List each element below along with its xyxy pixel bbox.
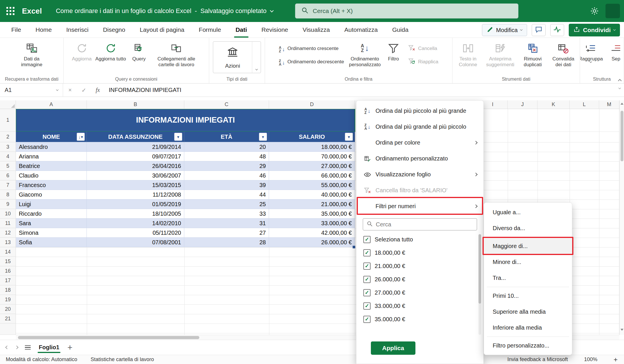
cell[interactable]: 26.000,00 € [269, 238, 355, 247]
cell[interactable]: 33 [184, 209, 269, 219]
table-title-cell[interactable]: INFORMAZIONI IMPIEGATI [16, 109, 355, 132]
column-header-j[interactable]: J [508, 100, 538, 109]
app-launcher-icon[interactable] [6, 7, 14, 15]
cell[interactable]: 70.000,00 € [269, 152, 355, 161]
row-header-10[interactable]: 10 [0, 209, 16, 219]
cell[interactable]: 55.000,00 € [269, 180, 355, 190]
cell[interactable]: 29 [184, 161, 269, 171]
cell[interactable]: 11/12/2008 [87, 190, 184, 199]
cell[interactable]: 01/05/2019 [87, 199, 184, 209]
cell[interactable]: 33.000,00 € [269, 219, 355, 228]
expand-formula-bar-icon[interactable] [619, 87, 621, 89]
row-header-20[interactable]: 20 [0, 304, 16, 314]
select-all-corner[interactable] [0, 100, 16, 109]
menu-item-ordinamento-personalizzato[interactable]: Ordinamento personalizzato [356, 151, 483, 167]
document-title[interactable]: Come ordinare i dati in un foglio di cal… [56, 7, 273, 15]
cell[interactable]: 18.000,00 € [269, 142, 355, 152]
cell[interactable]: Luigi [16, 199, 87, 209]
tab-automatizza[interactable]: Automatizza [337, 22, 385, 38]
row-header-2[interactable]: 2 [0, 132, 16, 142]
submenu-item-primi-10[interactable]: Primi 10... [484, 288, 572, 304]
cell[interactable]: 27.000,00 € [269, 161, 355, 171]
cell[interactable]: Alessandro [16, 142, 87, 152]
checkbox-checked-icon[interactable]: ✓ [363, 276, 371, 283]
submenu-item-tra[interactable]: Tra... [484, 270, 572, 286]
submenu-item-maggiore-di[interactable]: Maggiore di... [484, 238, 572, 254]
row-header-9[interactable]: 9 [0, 199, 16, 209]
cancel-entry-icon[interactable]: × [63, 87, 77, 93]
cell[interactable]: 27 [184, 228, 269, 238]
cell[interactable]: 42.000,00 € [269, 228, 355, 238]
cell[interactable]: 05/11/2020 [87, 228, 184, 238]
row-header-15[interactable]: 15 [0, 257, 16, 266]
filter-search-input[interactable]: Cerca [363, 218, 477, 230]
ribbon-button-dati-da-immagine[interactable]: Dati da immagine [15, 40, 49, 69]
editing-mode-button[interactable]: Modifica [482, 24, 527, 36]
cell[interactable]: 35.000,00 € [269, 209, 355, 219]
row-header-21[interactable]: 21 [0, 314, 16, 324]
insert-function-icon[interactable]: fx [91, 87, 105, 93]
gallery-dropdown-button[interactable] [252, 42, 261, 73]
cell[interactable]: Beatrice [16, 161, 87, 171]
cell[interactable]: 07/08/2001 [87, 238, 184, 247]
cell[interactable]: 46 [184, 171, 269, 180]
vertical-scrollbar[interactable] [619, 100, 624, 335]
cell[interactable]: 21/09/2014 [87, 142, 184, 152]
tab-inserisci[interactable]: Inserisci [59, 22, 96, 38]
cell[interactable]: 48 [184, 152, 269, 161]
app-name[interactable]: Excel [22, 7, 42, 16]
cell[interactable]: Giacomo [16, 190, 87, 199]
cell[interactable]: 30/06/2007 [87, 171, 184, 180]
cell[interactable]: 18/10/2005 [87, 209, 184, 219]
table-header-nome[interactable]: NOME↓▾ [16, 132, 87, 142]
column-header-c[interactable]: C [184, 100, 269, 109]
vertical-scroll-thumb[interactable] [621, 111, 623, 161]
filter-value-21-000-00[interactable]: ✓21.000,00 € [356, 259, 483, 273]
cell[interactable]: 39 [184, 180, 269, 190]
cell[interactable]: 31 [184, 219, 269, 228]
ribbon-button-convalida-dei-dati[interactable]: Convalida dei dati [548, 40, 579, 69]
zoom-level[interactable]: 100% [584, 356, 597, 363]
submenu-item-diverso-da[interactable]: Diverso da... [484, 220, 572, 236]
menu-item-visualizzazione-foglio[interactable]: Visualizzazione foglio [356, 167, 483, 182]
checkbox-checked-icon[interactable]: ✓ [363, 316, 371, 323]
column-header-a[interactable]: A [16, 100, 87, 109]
ribbon-button-rimuovi-duplicati[interactable]: Rimuovi duplicati [518, 40, 547, 69]
filter-value-33-000-00[interactable]: ✓33.000,00 € [356, 299, 483, 313]
apply-filter-button[interactable]: Applica [371, 341, 415, 355]
prev-sheet-icon[interactable] [5, 345, 9, 349]
row-header-17[interactable]: 17 [0, 276, 16, 285]
menu-item-ordina-dal-più-grande-al-più-piccolo[interactable]: ZA↓Ordina dal più grande al più piccolo [356, 119, 483, 135]
ribbon-button-query[interactable]: Query [128, 40, 150, 63]
checkbox-checked-icon[interactable]: ✓ [363, 236, 371, 243]
ribbon-button-ordinamento-personalizzato[interactable]: AZ↓Ordinamento personalizzato [348, 40, 382, 69]
submenu-item-superiore-alla-media[interactable]: Superiore alla media [484, 304, 572, 320]
ribbon-button-ordinamento-decrescente[interactable]: ZA↓Ordinamento decrescente [276, 56, 347, 67]
cell[interactable]: Sara [16, 219, 87, 228]
tab-dati[interactable]: Dati [228, 22, 254, 38]
table-header-data-assunzione[interactable]: DATA ASSUNZIONE▾ [87, 132, 184, 142]
row-header-16[interactable]: 16 [0, 266, 16, 276]
ribbon-button-sep[interactable]: Sep [605, 40, 624, 63]
cell[interactable]: 20 [184, 142, 269, 152]
cell[interactable]: 25 [184, 199, 269, 209]
ribbon-button-collegamenti-alle-cartelle-di-lavoro[interactable]: Collegamenti alle cartelle di lavoro [150, 40, 202, 69]
submenu-item-uguale-a[interactable]: Uguale a... [484, 204, 572, 220]
row-header-11[interactable]: 11 [0, 219, 16, 228]
checkbox-checked-icon[interactable]: ✓ [363, 263, 371, 270]
submenu-item-filtro-personalizzato[interactable]: Filtro personalizzato... [484, 338, 572, 354]
cell[interactable]: 21.000,00 € [269, 199, 355, 209]
cell[interactable]: Sofia [16, 238, 87, 247]
tab-guida[interactable]: Guida [385, 22, 416, 38]
row-header-18[interactable]: 18 [0, 285, 16, 295]
column-header-d[interactable]: D [269, 100, 355, 109]
sorted-filter-dropdown-icon[interactable]: ↓▾ [77, 133, 85, 141]
column-header-m[interactable]: M [599, 100, 619, 109]
account-button[interactable] [605, 4, 620, 18]
ribbon-button-raggruppa[interactable]: Raggruppa [580, 40, 604, 64]
scroll-up-arrow[interactable] [621, 103, 623, 105]
tab-visualizza[interactable]: Visualizza [295, 22, 337, 38]
ribbon-button-filtro[interactable]: Filtro [383, 40, 404, 63]
tab-home[interactable]: Home [28, 22, 59, 38]
row-header-6[interactable]: 6 [0, 171, 16, 180]
